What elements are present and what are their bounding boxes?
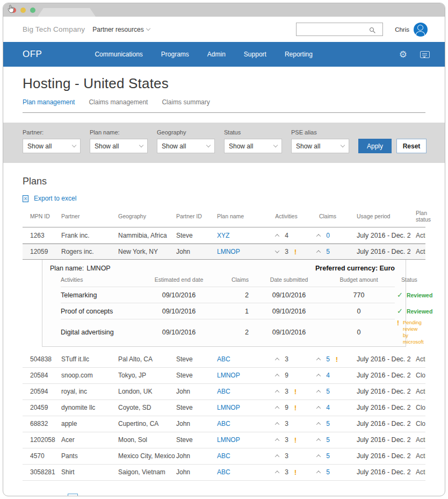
plan-name-link[interactable]: ABC [217,468,230,476]
page-3-button[interactable]: 3 [107,495,110,496]
chevron-up-icon[interactable] [275,406,279,410]
chevron-down-icon[interactable] [275,248,279,253]
plan-name-link[interactable]: LMNOP [217,404,240,411]
chevron-up-icon[interactable] [275,454,279,459]
nav-item-programs[interactable]: Programs [161,51,189,58]
budget-amount: 0 [329,308,388,315]
chevron-up-icon[interactable] [316,406,321,410]
chevron-up-icon[interactable] [316,422,321,426]
plan-name-link[interactable]: ABC [217,355,230,363]
partner-id: John [176,388,217,395]
activities-count: 9 [285,404,288,411]
pse-alias-dropdown[interactable]: Show all [291,139,349,153]
table-row: 4570 Pants Mexico City, Mexico John ABC … [23,448,425,465]
claims-count[interactable]: 4 [326,404,330,411]
claims-count[interactable]: 5 [326,420,330,427]
table-row: 3058281 Shirt Saigon, Vietnam John ABC 3… [23,465,425,481]
zoom-window-icon[interactable] [30,8,35,13]
plan-name-link[interactable]: ABC [217,388,230,395]
dropdown-value: Show all [162,142,186,150]
page-4-button[interactable]: 4 [124,495,127,496]
next-page-button[interactable]: Next [156,495,177,496]
page-1-button[interactable]: 1 [68,494,78,497]
partner-resources-menu[interactable]: Partner resources [92,26,149,33]
chevron-up-icon[interactable] [275,358,279,362]
partner-name: Shirt [61,468,118,476]
filter-pse-alias: PSE alias Show all [291,129,349,153]
activities-count: 3 [285,248,288,255]
plan-name-link[interactable]: ABC [217,420,230,427]
chevron-up-icon[interactable] [316,438,321,443]
minimize-window-icon[interactable] [20,8,26,13]
date-submitted: 09/10/2016 [249,329,329,336]
plan-name-dropdown[interactable]: Show all [90,139,148,153]
claims-count[interactable]: 5 [326,248,330,255]
table-row: 20459 dynomite llc Coyote, SD Steve LMNO… [23,400,425,416]
plan-name-link[interactable]: LMNOP [217,372,240,379]
chevron-up-icon[interactable] [275,438,279,443]
alert-icon [294,248,297,256]
nav-item-admin[interactable]: Admin [207,51,226,58]
nav-item-reporting[interactable]: Reporting [285,51,313,58]
tab-plan-management[interactable]: Plan management [23,98,75,106]
chevron-up-icon[interactable] [275,471,279,475]
claims-count[interactable]: 5 [326,468,330,476]
claims-count[interactable]: 5 [326,436,330,444]
settings-gear-icon[interactable]: ⚙ [399,50,407,59]
tab-claims-management[interactable]: Claims management [89,98,148,106]
geography: London, UK [118,388,176,395]
plan-name-link[interactable]: ABC [217,452,230,460]
chevron-up-icon[interactable] [316,234,321,238]
chevron-up-icon[interactable] [316,358,321,362]
partner-id: John [176,248,217,255]
claims-count[interactable]: 5 [326,388,330,395]
chevron-up-icon[interactable] [316,250,321,254]
geography-dropdown[interactable]: Show all [157,139,215,153]
geography: Moon, Sol [118,436,176,444]
page-5-button[interactable]: 5 [140,495,143,496]
partner-id: Steve [176,232,217,239]
search-icon[interactable] [370,27,374,32]
chevron-up-icon[interactable] [316,390,321,394]
chevron-up-icon[interactable] [275,422,279,426]
previous-page-button[interactable]: Previous [23,495,55,496]
status-reviewed: Reviewed [407,307,432,315]
apply-button[interactable]: Apply [358,139,392,153]
claims-count[interactable]: 0 [326,232,330,239]
nav-item-support[interactable]: Support [244,51,266,58]
feedback-chat-icon[interactable] [420,51,430,58]
status-dropdown[interactable]: Show all [224,139,282,153]
browser-tab[interactable] [38,8,96,17]
search-input[interactable] [297,23,368,35]
avatar[interactable] [414,23,428,37]
plan-status: Closed [410,420,425,427]
tab-claims-summary[interactable]: Claims summary [162,98,209,106]
claims-count[interactable]: 5 [326,355,330,363]
claims-count[interactable]: 5 [326,452,330,460]
app-logo[interactable]: OFP [23,49,42,60]
chevron-up-icon[interactable] [316,374,321,378]
plan-name-link[interactable]: XYZ [217,232,229,239]
chevron-up-icon[interactable] [316,471,321,475]
nav-item-communications[interactable]: Communications [95,51,142,58]
chevron-up-icon[interactable] [316,454,321,459]
usage-period: July 2016 - Dec. 2016 [347,404,410,411]
mpn-id: 68832 [30,420,61,427]
alert-icon [294,388,297,396]
usage-period: July 2016 - Dec. 2016 [347,436,410,444]
chevron-up-icon[interactable] [275,374,279,378]
partner-dropdown[interactable]: Show all [23,139,81,153]
reset-button[interactable]: Reset [396,139,427,153]
export-to-excel-link[interactable]: Export to excel [23,195,76,202]
claims-count[interactable]: 4 [326,372,330,379]
activities-count: 4 [285,232,288,239]
plan-name-link[interactable]: LMNOP [217,248,240,255]
chevron-up-icon[interactable] [275,390,279,394]
search-box[interactable] [296,23,383,36]
plan-name-link[interactable]: LMNOP [217,436,240,444]
excel-icon [23,195,28,202]
usage-period: July 2016 - Dec. 2016 [347,468,410,476]
col-partner-id: Partner ID [176,213,217,219]
chevron-up-icon[interactable] [275,234,279,238]
page-2-button[interactable]: 2 [91,495,94,496]
